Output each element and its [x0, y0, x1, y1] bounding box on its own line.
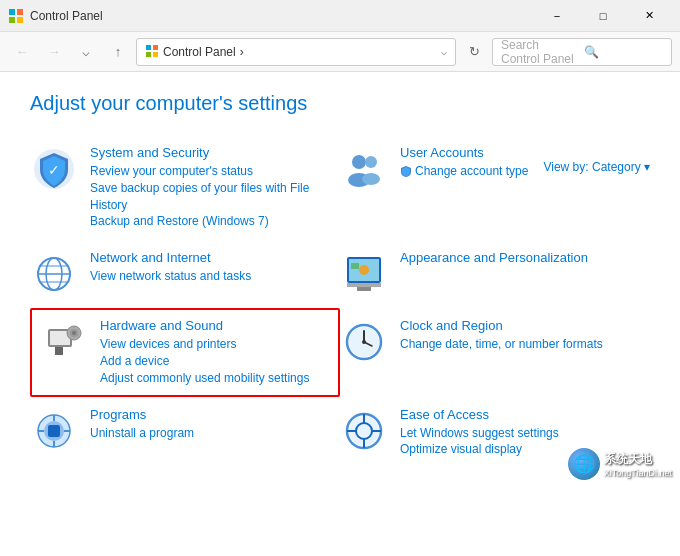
- user-accounts-title[interactable]: User Accounts: [400, 145, 528, 160]
- up-button[interactable]: ↑: [104, 38, 132, 66]
- svg-rect-22: [357, 287, 371, 291]
- svg-rect-38: [48, 425, 60, 437]
- watermark-globe: 🌐: [568, 448, 600, 480]
- svg-point-13: [362, 173, 380, 185]
- close-button[interactable]: ✕: [626, 0, 672, 32]
- hardware-sound-link-3[interactable]: Adjust commonly used mobility settings: [100, 370, 309, 387]
- hardware-sound-title[interactable]: Hardware and Sound: [100, 318, 309, 333]
- svg-rect-7: [153, 52, 158, 57]
- titlebar: Control Panel − □ ✕: [0, 0, 680, 32]
- view-by-value[interactable]: Category ▾: [592, 160, 650, 174]
- svg-point-10: [352, 155, 366, 169]
- search-icon: 🔍: [584, 45, 663, 59]
- appearance-text: Appearance and Personalization: [400, 250, 588, 268]
- address-chevron: ⌵: [441, 46, 447, 57]
- svg-rect-24: [351, 263, 359, 269]
- ease-of-access-title[interactable]: Ease of Access: [400, 407, 559, 422]
- shield-small-icon: [400, 165, 412, 177]
- titlebar-title: Control Panel: [30, 9, 534, 23]
- watermark: 🌐 系统天地 XiTongTianDi.net: [568, 448, 672, 480]
- programs-text: Programs Uninstall a program: [90, 407, 194, 442]
- dropdown-button[interactable]: ⌵: [72, 38, 100, 66]
- maximize-button[interactable]: □: [580, 0, 626, 32]
- programs-icon: [30, 407, 78, 455]
- svg-rect-3: [17, 17, 23, 23]
- category-appearance: Appearance and Personalization: [340, 240, 650, 308]
- programs-link-1[interactable]: Uninstall a program: [90, 425, 194, 442]
- ease-of-access-text: Ease of Access Let Windows suggest setti…: [400, 407, 559, 459]
- category-network-internet: Network and Internet View network status…: [30, 240, 340, 308]
- titlebar-controls: − □ ✕: [534, 0, 672, 32]
- page-title: Adjust your computer's settings: [30, 92, 650, 115]
- address-path-icon: [145, 44, 159, 60]
- system-security-icon: ✓: [30, 145, 78, 193]
- svg-rect-4: [146, 45, 151, 50]
- svg-rect-2: [9, 17, 15, 23]
- watermark-text: 系统天地 XiTongTianDi.net: [604, 451, 672, 478]
- svg-rect-1: [17, 9, 23, 15]
- main-content: Adjust your computer's settings View by:…: [0, 72, 680, 488]
- view-by-label: View by:: [543, 160, 588, 174]
- category-hardware-sound: Hardware and Sound View devices and prin…: [30, 308, 340, 396]
- category-grid: ✓ System and Security Review your comput…: [30, 135, 650, 468]
- system-security-text: System and Security Review your computer…: [90, 145, 330, 230]
- address-path: Control Panel: [163, 45, 236, 59]
- svg-rect-5: [153, 45, 158, 50]
- address-box[interactable]: Control Panel › ⌵: [136, 38, 456, 66]
- address-path-suffix: ›: [240, 45, 244, 59]
- refresh-button[interactable]: ↻: [460, 38, 488, 66]
- svg-rect-30: [55, 347, 63, 355]
- network-internet-icon: [30, 250, 78, 298]
- programs-title[interactable]: Programs: [90, 407, 194, 422]
- category-clock-region: Clock and Region Change date, time, or n…: [340, 308, 650, 396]
- user-accounts-icon: [340, 145, 388, 193]
- svg-text:✓: ✓: [48, 162, 60, 178]
- forward-button[interactable]: →: [40, 38, 68, 66]
- svg-point-23: [359, 265, 369, 275]
- system-security-link-3[interactable]: Backup and Restore (Windows 7): [90, 213, 330, 230]
- hardware-sound-link-1[interactable]: View devices and printers: [100, 336, 309, 353]
- svg-rect-21: [347, 283, 381, 287]
- svg-point-12: [365, 156, 377, 168]
- svg-rect-0: [9, 9, 15, 15]
- system-security-link-2[interactable]: Save backup copies of your files with Fi…: [90, 180, 330, 214]
- clock-region-text: Clock and Region Change date, time, or n…: [400, 318, 603, 353]
- ease-of-access-link-1[interactable]: Let Windows suggest settings: [400, 425, 559, 442]
- ease-of-access-link-2[interactable]: Optimize visual display: [400, 441, 559, 458]
- clock-region-icon: [340, 318, 388, 366]
- svg-point-35: [362, 340, 366, 344]
- network-internet-text: Network and Internet View network status…: [90, 250, 251, 285]
- system-security-link-1[interactable]: Review your computer's status: [90, 163, 330, 180]
- ease-of-access-icon: [340, 407, 388, 455]
- search-placeholder-text: Search Control Panel: [501, 38, 580, 66]
- appearance-icon: [340, 250, 388, 298]
- user-accounts-link-1[interactable]: Change account type: [415, 163, 528, 180]
- clock-region-title[interactable]: Clock and Region: [400, 318, 603, 333]
- network-internet-title[interactable]: Network and Internet: [90, 250, 251, 265]
- network-internet-link-1[interactable]: View network status and tasks: [90, 268, 251, 285]
- clock-region-link-1[interactable]: Change date, time, or number formats: [400, 336, 603, 353]
- minimize-button[interactable]: −: [534, 0, 580, 32]
- titlebar-icon: [8, 8, 24, 24]
- category-user-accounts: User Accounts Change account type: [340, 135, 650, 240]
- hardware-sound-icon: [40, 318, 88, 366]
- category-system-security: ✓ System and Security Review your comput…: [30, 135, 340, 240]
- svg-point-29: [72, 331, 76, 335]
- hardware-sound-link-2[interactable]: Add a device: [100, 353, 309, 370]
- view-by[interactable]: View by: Category ▾: [543, 160, 650, 174]
- addressbar: ← → ⌵ ↑ Control Panel › ⌵ ↻ Search Contr…: [0, 32, 680, 72]
- category-programs: Programs Uninstall a program: [30, 397, 340, 469]
- svg-rect-6: [146, 52, 151, 57]
- hardware-sound-text: Hardware and Sound View devices and prin…: [100, 318, 309, 386]
- search-box[interactable]: Search Control Panel 🔍: [492, 38, 672, 66]
- appearance-title[interactable]: Appearance and Personalization: [400, 250, 588, 265]
- back-button[interactable]: ←: [8, 38, 36, 66]
- system-security-title[interactable]: System and Security: [90, 145, 330, 160]
- user-accounts-text: User Accounts Change account type: [400, 145, 528, 180]
